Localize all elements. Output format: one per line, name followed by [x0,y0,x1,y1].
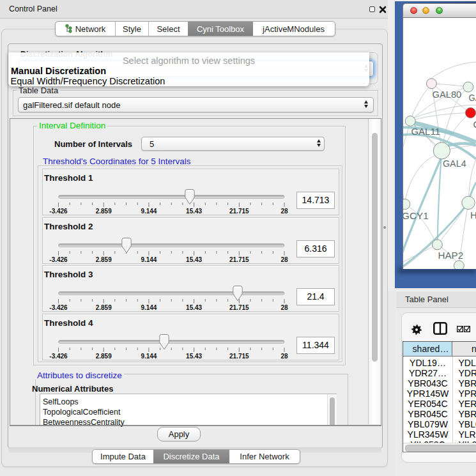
svg-text:GCY1: GCY1 [403,211,429,221]
svg-text:15.43: 15.43 [186,353,202,360]
svg-text:GA: GA [469,93,476,103]
svg-text:15.43: 15.43 [186,208,202,215]
svg-text:-3.426: -3.426 [49,304,68,311]
svg-text:H: H [470,210,476,220]
svg-text:-3.426: -3.426 [49,208,68,215]
svg-text:9.144: 9.144 [141,353,157,360]
svg-text:GAL80: GAL80 [433,89,462,100]
svg-text:9.144: 9.144 [141,256,157,263]
svg-text:2.859: 2.859 [96,353,112,360]
svg-text:28: 28 [280,353,288,360]
svg-text:15.43: 15.43 [186,304,202,311]
svg-text:21.715: 21.715 [229,353,249,360]
svg-text:-3.426: -3.426 [49,353,68,360]
svg-text:GAL4: GAL4 [443,158,466,169]
svg-text:2.859: 2.859 [96,256,112,263]
svg-text:C: C [473,119,476,130]
svg-text:28: 28 [280,256,288,263]
svg-text:2.859: 2.859 [96,304,112,311]
svg-text:9.144: 9.144 [141,304,157,311]
svg-text:GAL11: GAL11 [411,127,440,137]
svg-text:-3.426: -3.426 [49,256,68,263]
svg-text:21.715: 21.715 [229,208,249,215]
svg-text:9.144: 9.144 [141,208,157,215]
svg-text:21.715: 21.715 [229,256,249,263]
svg-text:15.43: 15.43 [186,256,202,263]
svg-text:28: 28 [280,208,288,215]
svg-text:HAP2: HAP2 [438,250,464,261]
svg-text:21.715: 21.715 [229,304,249,311]
svg-text:28: 28 [280,304,288,311]
svg-text:2.859: 2.859 [96,208,112,215]
